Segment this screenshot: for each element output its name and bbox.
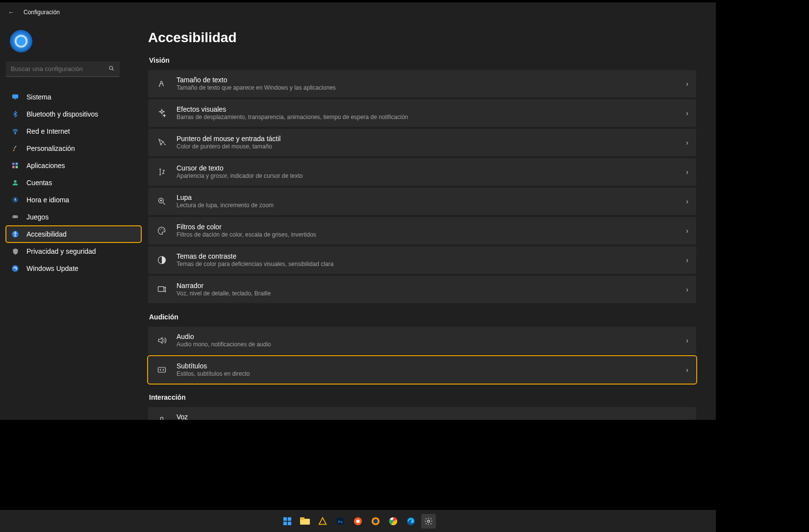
taskbar-chrome[interactable] [386, 514, 401, 529]
clock-icon [11, 195, 20, 204]
section-label: Interacción [149, 393, 696, 401]
sidebar-item-label: Juegos [26, 213, 49, 221]
sidebar-item-accessibility[interactable]: Accesibilidad [6, 226, 141, 242]
card-title: Puntero del mouse y entrada táctil [177, 135, 686, 144]
accessibility-icon [11, 230, 20, 239]
cursor-icon [156, 166, 168, 178]
sidebar-item-brush[interactable]: Personalización [6, 140, 141, 157]
chevron-right-icon: › [686, 256, 688, 264]
card-text[interactable]: Tamaño de textoTamaño de texto que apare… [148, 70, 696, 97]
sidebar-item-monitor[interactable]: Sistema [6, 89, 141, 105]
svg-point-15 [17, 217, 18, 218]
svg-rect-9 [12, 166, 15, 169]
sidebar-item-bluetooth[interactable]: Bluetooth y dispositivos [6, 106, 141, 122]
wifi-icon [11, 127, 20, 136]
taskbar-settings[interactable] [421, 514, 436, 529]
svg-point-14 [16, 216, 17, 217]
sidebar-item-person[interactable]: Cuentas [6, 174, 141, 191]
sidebar-item-clock[interactable]: Hora e idioma [6, 192, 141, 208]
settings-window: ← Configuración SistemaBluetooth y dispo… [0, 2, 716, 420]
sidebar-item-apps[interactable]: Aplicaciones [6, 157, 141, 174]
pointer-icon [156, 137, 168, 148]
svg-rect-30 [288, 521, 291, 525]
card-zoom[interactable]: LupaLectura de lupa, incremento de zoom› [148, 188, 696, 215]
contrast-icon [156, 254, 168, 266]
card-contrast[interactable]: Temas de contrasteTemas de color para de… [148, 246, 696, 274]
sidebar-item-update[interactable]: Windows Update [6, 260, 141, 277]
card-sparkle[interactable]: Efectos visualesBarras de desplazamiento… [148, 99, 696, 127]
sidebar-item-shield[interactable]: Privacidad y seguridad [6, 243, 141, 260]
sidebar-item-label: Aplicaciones [26, 162, 65, 169]
taskbar-explorer[interactable] [298, 514, 312, 529]
sidebar: SistemaBluetooth y dispositivosRed e Int… [0, 22, 147, 420]
card-subtitle: Filtros de dación de color, escala de gr… [177, 231, 686, 239]
speaker-icon [156, 335, 168, 346]
card-title: Audio [177, 333, 686, 341]
svg-point-43 [428, 520, 430, 522]
taskbar-app-3[interactable] [351, 514, 365, 529]
update-icon [11, 264, 20, 273]
sidebar-item-label: Privacidad y seguridad [26, 247, 96, 255]
taskbar-app-1[interactable] [315, 514, 330, 529]
chevron-right-icon: › [686, 197, 688, 205]
search-input-wrap[interactable] [6, 61, 120, 77]
card-pointer[interactable]: Puntero del mouse y entrada táctilColor … [148, 129, 696, 156]
svg-point-39 [374, 519, 378, 523]
svg-rect-8 [16, 163, 18, 165]
card-palette[interactable]: Filtros de colorFiltros de dación de col… [148, 217, 696, 244]
back-icon[interactable]: ← [8, 8, 15, 16]
svg-point-1 [109, 66, 113, 70]
svg-rect-6 [14, 145, 17, 149]
card-title: Voz [177, 413, 686, 420]
svg-rect-7 [12, 163, 15, 165]
palette-icon [156, 225, 168, 237]
svg-line-2 [112, 69, 114, 71]
chevron-right-icon: › [686, 286, 688, 293]
taskbar-start[interactable] [280, 514, 295, 529]
gamepad-icon [11, 213, 20, 221]
taskbar-app-2[interactable]: Ps [333, 514, 348, 529]
sidebar-item-label: Hora e idioma [26, 196, 69, 204]
zoom-icon [156, 195, 168, 207]
sidebar-item-label: Sistema [26, 93, 51, 101]
svg-point-0 [16, 36, 27, 47]
card-subtitle: Lectura de lupa, incremento de zoom [177, 202, 686, 209]
search-input[interactable] [11, 65, 108, 73]
card-speaker[interactable]: AudioAudio mono, notificaciones de audio… [148, 327, 696, 354]
window-title: Configuración [24, 9, 60, 16]
avatar[interactable] [10, 30, 32, 52]
sidebar-item-label: Cuentas [26, 179, 52, 187]
taskbar-app-4[interactable] [368, 514, 383, 529]
card-cc[interactable]: SubtítulosEstilos, subtítulos en directo… [148, 356, 696, 384]
sidebar-item-gamepad[interactable]: Juegos [6, 209, 141, 225]
card-subtitle: Tamaño de texto que aparece en Windows y… [177, 84, 686, 92]
shield-icon [11, 247, 20, 256]
card-title: Temas de contraste [177, 252, 686, 261]
sidebar-item-label: Personalización [26, 145, 75, 152]
svg-rect-10 [16, 166, 18, 169]
apps-icon [11, 161, 20, 170]
card-cursor[interactable]: Cursor de textoApariencia y grosor, indi… [148, 158, 696, 186]
card-subtitle: Temas de color para deficiencias visuale… [177, 261, 686, 268]
taskbar-edge[interactable] [404, 514, 418, 529]
person-icon [11, 178, 20, 187]
sidebar-item-wifi[interactable]: Red e Internet [6, 123, 141, 140]
svg-rect-3 [12, 95, 18, 98]
sidebar-item-label: Accesibilidad [26, 230, 67, 238]
card-mic[interactable]: VozAcceso por voz, dictado por voz, Reco… [148, 407, 696, 420]
card-narrator[interactable]: NarradorVoz, nivel de detalle, teclado, … [148, 276, 696, 303]
svg-marker-33 [319, 517, 326, 524]
svg-rect-25 [158, 367, 166, 372]
card-title: Subtítulos [177, 362, 686, 371]
card-title: Filtros de color [177, 223, 686, 232]
chevron-right-icon: › [686, 227, 688, 235]
svg-point-21 [161, 228, 162, 229]
text-icon [156, 78, 168, 90]
svg-rect-28 [288, 517, 291, 520]
svg-point-22 [163, 230, 164, 231]
card-subtitle: Voz, nivel de detalle, teclado, Braille [177, 290, 686, 297]
chevron-right-icon: › [686, 80, 688, 88]
svg-point-18 [12, 265, 18, 271]
search-icon [108, 65, 115, 73]
main-content: Accesibilidad VisiónTamaño de textoTamañ… [147, 22, 716, 420]
